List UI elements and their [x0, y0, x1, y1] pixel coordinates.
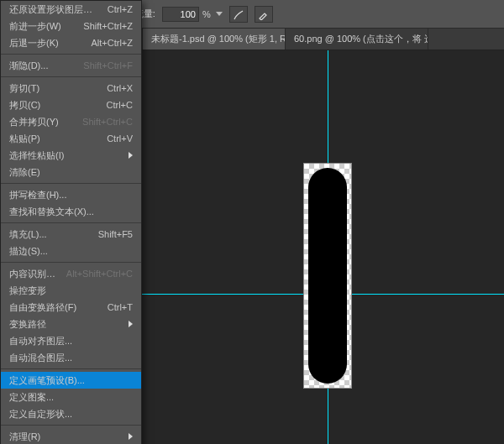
menu-item-label: 描边(S)...: [9, 245, 133, 258]
menu-item-label: 渐隐(D)...: [9, 60, 76, 72]
menu-item: 清除(E): [1, 164, 141, 180]
menu-item-label: 拼写检查(H)...: [9, 189, 133, 201]
menu-item-label: 清理(R): [9, 431, 123, 443]
menu-item-label: 合并拷贝(Y): [9, 116, 76, 128]
menu-item-label: 拷贝(C): [9, 99, 100, 112]
menu-item: 内容识别比例Alt+Shift+Ctrl+C: [1, 265, 141, 282]
menu-separator: [1, 183, 141, 184]
menu-item-shortcut: Ctrl+Z: [108, 4, 133, 14]
edit-menu: 还原设置形状图层填充(O)Ctrl+Z前进一步(W)Shift+Ctrl+Z后退…: [0, 0, 142, 444]
menu-item-label: 定义自定形状...: [9, 408, 133, 420]
menu-item-label: 操控变形: [9, 285, 133, 297]
menu-item[interactable]: 剪切(T)Ctrl+X: [1, 80, 141, 97]
menu-item[interactable]: 填充(L)...Shift+F5: [1, 226, 141, 243]
tab-label: 未标题-1.psd @ 100% (矩形 1, RGB/...: [151, 33, 286, 45]
flow-input[interactable]: [162, 7, 199, 22]
menu-item[interactable]: 粘贴(P)Ctrl+V: [1, 130, 141, 147]
menu-item-shortcut: Ctrl+X: [107, 83, 133, 93]
menu-item[interactable]: 清理(R): [1, 428, 141, 444]
menu-item-shortcut: Shift+Ctrl+Z: [83, 21, 133, 31]
menu-separator: [1, 425, 141, 426]
menu-separator: [1, 368, 141, 369]
menu-item: 拼写检查(H)...: [1, 186, 141, 203]
menu-item-shortcut: Shift+Ctrl+F: [83, 60, 133, 71]
menu-item: 自动混合图层...: [1, 349, 141, 366]
menu-separator: [1, 222, 141, 223]
menu-item[interactable]: 变换路径: [1, 316, 141, 332]
menu-item-label: 自由变换路径(F): [9, 301, 101, 314]
menu-item[interactable]: 拷贝(C)Ctrl+C: [1, 97, 141, 113]
menu-item[interactable]: 后退一步(K)Alt+Ctrl+Z: [1, 34, 141, 51]
menu-item-shortcut: Shift+F5: [98, 229, 133, 239]
menu-item-label: 填充(L)...: [9, 228, 92, 241]
menu-item: 操控变形: [1, 282, 141, 299]
menu-item[interactable]: 自由变换路径(F)Ctrl+T: [1, 299, 141, 316]
menu-separator: [1, 262, 141, 263]
menu-item-label: 查找和替换文本(X)...: [9, 206, 133, 218]
menu-item-label: 前进一步(W): [9, 20, 76, 33]
tab-label: 60.png @ 100% (点击这个，将 选区转: [294, 33, 428, 45]
menu-item-label: 变换路径: [9, 318, 123, 331]
pressure-size-button[interactable]: [255, 6, 273, 23]
menu-item[interactable]: 定义画笔预设(B)...: [1, 372, 141, 389]
menu-item-label: 清除(E): [9, 166, 133, 179]
menu-item[interactable]: 选择性粘贴(I): [1, 147, 141, 164]
menu-item-shortcut: Ctrl+T: [108, 302, 133, 312]
menu-item-label: 自动混合图层...: [9, 352, 133, 364]
menu-separator: [1, 54, 141, 55]
menu-item: 查找和替换文本(X)...: [1, 203, 141, 220]
flow-pct: %: [202, 9, 211, 19]
document-tab[interactable]: 60.png @ 100% (点击这个，将 选区转: [286, 29, 428, 50]
menu-item-shortcut: Shift+Ctrl+C: [82, 117, 133, 127]
menu-item: 渐隐(D)...Shift+Ctrl+F: [1, 57, 141, 74]
menu-item: 描边(S)...: [1, 243, 141, 259]
menu-item-label: 选择性粘贴(I): [9, 149, 123, 162]
airbrush-icon: [233, 8, 244, 20]
menu-item: 自动对齐图层...: [1, 332, 141, 349]
menu-item-label: 剪切(T): [9, 82, 100, 95]
menu-item-label: 还原设置形状图层填充(O): [9, 3, 101, 16]
menu-item[interactable]: 还原设置形状图层填充(O)Ctrl+Z: [1, 1, 141, 18]
pen-pressure-icon: [258, 8, 270, 20]
menu-item-label: 内容识别比例: [9, 268, 60, 280]
menu-item-label: 定义图案...: [9, 391, 133, 404]
menu-item: 定义图案...: [1, 389, 141, 405]
menu-item-shortcut: Ctrl+C: [107, 100, 133, 110]
menu-separator: [1, 76, 141, 77]
document-tab[interactable]: 未标题-1.psd @ 100% (矩形 1, RGB/...×: [143, 29, 286, 50]
menu-item-label: 粘贴(P): [9, 133, 100, 145]
shape-layer[interactable]: [308, 168, 347, 384]
flow-chevron-icon[interactable]: [216, 12, 223, 16]
menu-item-shortcut: Alt+Shift+Ctrl+C: [66, 269, 133, 279]
menu-item-label: 后退一步(K): [9, 37, 84, 50]
menu-item-label: 自动对齐图层...: [9, 335, 133, 347]
menu-item-label: 定义画笔预设(B)...: [9, 374, 133, 387]
menu-item: 合并拷贝(Y)Shift+Ctrl+C: [1, 113, 141, 130]
airbrush-button[interactable]: [229, 6, 248, 23]
menu-item-shortcut: Ctrl+V: [107, 133, 133, 144]
menu-item[interactable]: 前进一步(W)Shift+Ctrl+Z: [1, 18, 141, 34]
menu-item-shortcut: Alt+Ctrl+Z: [91, 38, 133, 48]
menu-item: 定义自定形状...: [1, 405, 141, 422]
